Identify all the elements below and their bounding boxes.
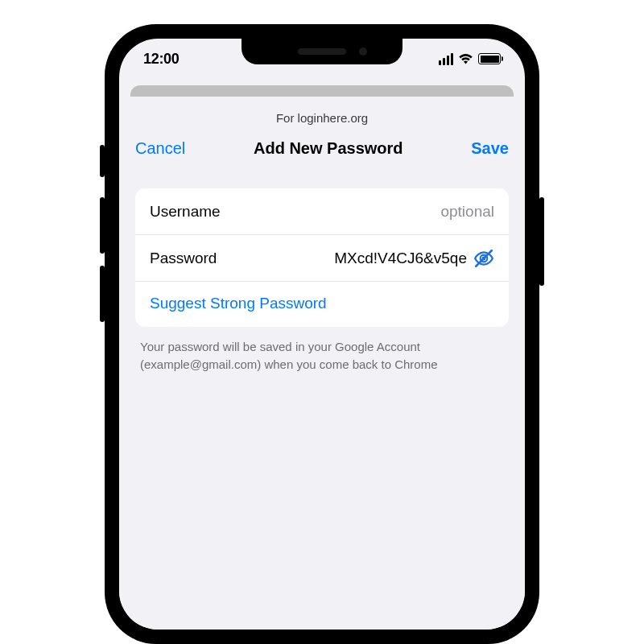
side-button	[100, 197, 105, 254]
screen: 12:00 For loginhere.org Cancel Add New P…	[119, 39, 525, 630]
side-button	[539, 197, 544, 286]
battery-icon	[478, 53, 501, 64]
toggle-password-visibility-button[interactable]	[473, 248, 494, 269]
sheet-title: Add New Password	[254, 139, 403, 158]
sheet-subtitle: For loginhere.org	[135, 111, 509, 125]
username-label: Username	[150, 203, 221, 221]
cellular-signal-icon	[439, 53, 453, 65]
phone-frame: 12:00 For loginhere.org Cancel Add New P…	[105, 24, 539, 644]
save-button[interactable]: Save	[471, 139, 509, 158]
cancel-button[interactable]: Cancel	[135, 139, 185, 158]
status-time: 12:00	[143, 51, 180, 68]
footnote: Your password will be saved in your Goog…	[135, 338, 509, 374]
password-field[interactable]	[274, 250, 467, 267]
side-button	[100, 145, 105, 177]
eye-off-icon	[473, 248, 494, 269]
side-button	[100, 266, 105, 322]
username-row: Username	[135, 188, 509, 235]
credentials-card: Username Password	[135, 188, 509, 327]
wifi-icon	[458, 53, 473, 64]
password-row: Password	[135, 235, 509, 282]
suggest-strong-password-button[interactable]: Suggest Strong Password	[135, 282, 509, 327]
status-bar: 12:00	[119, 39, 525, 79]
password-label: Password	[150, 250, 217, 267]
username-field[interactable]	[301, 203, 494, 221]
status-icons	[439, 53, 501, 65]
add-password-sheet: For loginhere.org Cancel Add New Passwor…	[119, 97, 525, 630]
nav-row: Cancel Add New Password Save	[135, 139, 509, 158]
